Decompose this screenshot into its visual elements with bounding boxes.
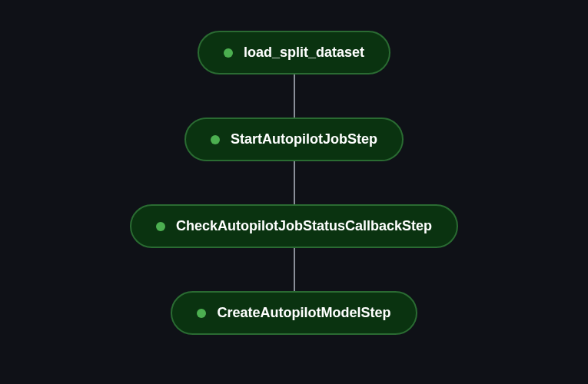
node-check-autopilot-job-status-callback-step[interactable]: CheckAutopilotJobStatusCallbackStep [130, 204, 458, 248]
status-success-icon [197, 309, 206, 318]
status-success-icon [156, 222, 165, 231]
node-load-split-dataset[interactable]: load_split_dataset [198, 31, 390, 74]
pipeline-connector [294, 74, 295, 118]
node-label: StartAutopilotJobStep [231, 131, 377, 147]
pipeline-connector [294, 248, 295, 291]
pipeline-connector [294, 161, 295, 204]
node-label: CheckAutopilotJobStatusCallbackStep [176, 218, 432, 234]
pipeline-diagram: load_split_dataset StartAutopilotJobStep… [130, 31, 458, 335]
node-start-autopilot-job-step[interactable]: StartAutopilotJobStep [184, 118, 404, 161]
node-label: CreateAutopilotModelStep [217, 305, 390, 321]
status-success-icon [224, 48, 233, 58]
status-success-icon [211, 135, 220, 144]
node-label: load_split_dataset [244, 45, 364, 61]
node-create-autopilot-model-step[interactable]: CreateAutopilotModelStep [171, 291, 417, 335]
